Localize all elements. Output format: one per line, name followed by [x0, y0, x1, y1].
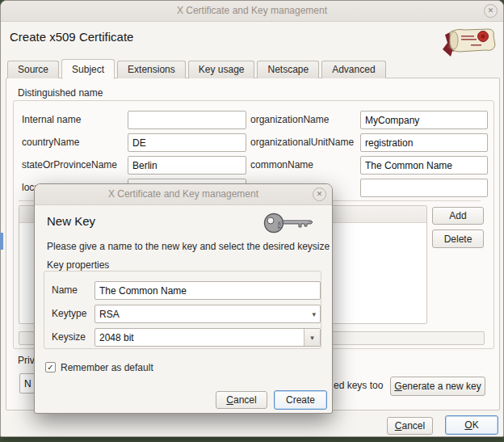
- keysize-value: 2048 bit: [99, 332, 134, 343]
- tab-source[interactable]: Source: [7, 61, 59, 78]
- svg-text:XCA: XCA: [277, 221, 281, 229]
- create-button[interactable]: Create: [274, 390, 327, 410]
- background-window-edge: [0, 233, 3, 250]
- check-icon: ✓: [47, 363, 53, 372]
- tab-bar: Source Subject Extensions Key usage Nets…: [7, 58, 388, 78]
- key-name-input[interactable]: [94, 281, 321, 300]
- add-button[interactable]: Add: [432, 207, 484, 225]
- tab-subject[interactable]: Subject: [61, 59, 115, 79]
- country-name-input[interactable]: [128, 133, 246, 152]
- generate-new-key-button[interactable]: Generate a new key: [390, 377, 485, 396]
- organization-name-label: organizationName: [250, 111, 329, 129]
- modal-window-title: X Certificate and Key management: [108, 188, 258, 200]
- keysize-select[interactable]: 2048 bit ▾: [94, 328, 321, 347]
- keytype-value: RSA: [99, 309, 120, 320]
- new-key-heading: New Key: [47, 214, 95, 228]
- key-icon: XCA: [263, 211, 313, 235]
- key-name-label: Name: [52, 281, 78, 300]
- new-key-description: Please give a name to the new key and se…: [47, 241, 330, 252]
- keysize-dropdown-button[interactable]: ▾: [304, 329, 320, 346]
- chevron-down-icon: ▾: [312, 310, 320, 318]
- tab-extensions[interactable]: Extensions: [117, 61, 186, 78]
- common-name-input[interactable]: [360, 156, 488, 175]
- tab-advanced[interactable]: Advanced: [321, 61, 385, 78]
- remember-default-label[interactable]: Remember as default: [61, 362, 153, 373]
- distinguished-name-label: Distinguished name: [18, 87, 103, 99]
- main-cancel-button[interactable]: Cancel: [387, 417, 433, 435]
- key-properties-label: Key properties: [47, 259, 109, 271]
- internal-name-label: Internal name: [22, 111, 81, 129]
- organizational-unit-name-label: organizationalUnitName: [250, 133, 354, 152]
- main-titlebar[interactable]: X Certificate and Key management ✕: [1, 1, 503, 22]
- xca-scroll-logo: [437, 25, 498, 59]
- email-address-input[interactable]: [360, 179, 488, 197]
- screen: X Certificate and Key management ✕ Creat…: [0, 0, 504, 442]
- main-close-button[interactable]: ✕: [484, 4, 498, 18]
- page-title: Create x509 Certificate: [10, 30, 133, 44]
- used-keys-too-label[interactable]: ed keys too: [334, 380, 383, 391]
- tab-netscape[interactable]: Netscape: [257, 61, 319, 78]
- chevron-down-icon: ▾: [310, 334, 314, 342]
- remember-default-checkbox[interactable]: ✓: [45, 362, 56, 373]
- keytype-label: Keytype: [52, 305, 86, 323]
- private-key-combo-value: N: [24, 378, 32, 389]
- state-or-province-name-input[interactable]: [128, 156, 246, 175]
- main-window-title: X Certificate and Key management: [177, 5, 327, 16]
- modal-close-button[interactable]: ✕: [313, 187, 326, 201]
- keytype-select[interactable]: RSA ▾: [94, 305, 321, 323]
- close-icon: ✕: [317, 190, 323, 198]
- delete-button[interactable]: Delete: [432, 229, 484, 248]
- modal-titlebar[interactable]: X Certificate and Key management ✕: [35, 184, 332, 205]
- modal-cancel-button[interactable]: Cancel: [216, 391, 267, 409]
- close-icon: ✕: [488, 6, 494, 15]
- state-or-province-name-label: stateOrProvinceName: [22, 156, 117, 175]
- organizational-unit-name-input[interactable]: [360, 133, 488, 152]
- main-ok-button[interactable]: OK: [445, 415, 498, 435]
- country-name-label: countryName: [22, 133, 79, 152]
- internal-name-input[interactable]: [128, 111, 246, 129]
- keysize-label: Keysize: [52, 328, 86, 347]
- organization-name-input[interactable]: [360, 111, 488, 129]
- new-key-dialog-window: X Certificate and Key management ✕ New K…: [34, 183, 333, 414]
- tab-key-usage[interactable]: Key usage: [188, 61, 255, 78]
- common-name-label: commonName: [250, 156, 313, 175]
- key-properties-groupbox: Name Keytype RSA ▾ Keysize 2048 bit ▾: [44, 271, 321, 349]
